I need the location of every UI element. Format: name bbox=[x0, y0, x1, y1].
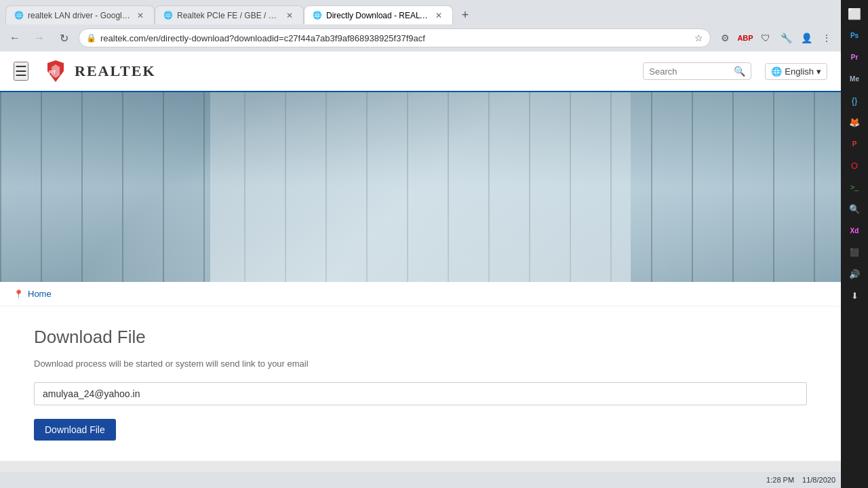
ext-3[interactable]: 🔧 bbox=[777, 29, 795, 47]
download-file-button[interactable]: Download File bbox=[34, 419, 116, 441]
powerpoint-icon[interactable]: P bbox=[845, 134, 864, 153]
xd-icon[interactable]: Xd bbox=[845, 221, 864, 240]
tab-1[interactable]: 🌐 realtek LAN driver - Google Search ✕ bbox=[5, 5, 155, 24]
language-label: English bbox=[785, 66, 814, 77]
search-icon[interactable]: 🔍 bbox=[734, 66, 745, 77]
site-header: ☰ RT Realtek 🔍 🌐 English ▾ bbox=[0, 52, 841, 92]
realtek-logo-svg: RT bbox=[42, 58, 69, 85]
files-icon[interactable]: ⬜ bbox=[845, 4, 864, 23]
back-button[interactable]: ← bbox=[5, 28, 24, 47]
tab-3[interactable]: 🌐 Directly Download - REALTEK ✕ bbox=[304, 5, 453, 24]
page-subtitle: Download process will be started or syst… bbox=[34, 359, 807, 369]
lock-icon: 🔒 bbox=[86, 33, 96, 43]
bookmark-icon[interactable]: ☆ bbox=[694, 33, 703, 43]
search-box: 🔍 bbox=[643, 62, 751, 80]
tab-1-favicon: 🌐 bbox=[14, 11, 24, 20]
logo-text: Realtek bbox=[75, 62, 156, 80]
ext-4[interactable]: 👤 bbox=[797, 29, 815, 47]
svg-text:RT: RT bbox=[49, 69, 56, 75]
tab-3-favicon: 🌐 bbox=[313, 11, 322, 20]
time-display: 1:28 PM bbox=[766, 476, 794, 484]
dropdown-arrow-icon: ▾ bbox=[816, 66, 821, 77]
website-content: ☰ RT Realtek 🔍 🌐 English ▾ bbox=[0, 52, 841, 472]
status-bar: 1:28 PM 11/8/2020 bbox=[0, 472, 841, 488]
download-arrow-icon[interactable]: ⬇ bbox=[845, 286, 864, 305]
vscode-icon[interactable]: {} bbox=[845, 91, 864, 110]
photoshop-icon[interactable]: Ps bbox=[845, 26, 864, 45]
breadcrumb: 📍 Home bbox=[0, 282, 841, 306]
forward-button[interactable]: → bbox=[30, 28, 49, 47]
tab-2-title: Realtek PCIe FE / GBE / 2.5G / Gami... bbox=[177, 11, 280, 20]
realtek-logo[interactable]: RT Realtek bbox=[42, 58, 156, 85]
right-sidebar: ⬜ Ps Pr Me {} 🦊 P O >_ 🔍 Xd ⬛ 🔊 ⬇ bbox=[841, 0, 868, 488]
adblock-ext[interactable]: ABP bbox=[736, 29, 754, 47]
globe-icon: 🌐 bbox=[771, 66, 782, 77]
search-input[interactable] bbox=[649, 66, 730, 77]
tab-1-close[interactable]: ✕ bbox=[135, 10, 146, 21]
taskbar-show-icon[interactable]: ⬛ bbox=[845, 243, 864, 262]
address-bar-row: ← → ↻ 🔒 realtek.com/en/directly-download… bbox=[0, 24, 841, 52]
tab-1-title: realtek LAN driver - Google Search bbox=[28, 11, 131, 20]
extensions-bar: ⚙ ABP 🛡 🔧 👤 ⋮ bbox=[716, 29, 835, 47]
reload-button[interactable]: ↻ bbox=[54, 28, 73, 47]
language-selector[interactable]: 🌐 English ▾ bbox=[765, 63, 827, 80]
hamburger-menu-button[interactable]: ☰ bbox=[14, 62, 28, 81]
page-title: Download File bbox=[34, 327, 807, 348]
address-text: realtek.com/en/directly-download?downloa… bbox=[100, 33, 690, 43]
email-input[interactable] bbox=[34, 382, 807, 405]
premiere-icon[interactable]: Pr bbox=[845, 47, 864, 66]
tab-3-title: Directly Download - REALTEK bbox=[326, 11, 429, 20]
extensions-button[interactable]: ⚙ bbox=[716, 29, 734, 47]
tab-bar: 🌐 realtek LAN driver - Google Search ✕ 🌐… bbox=[0, 0, 841, 24]
new-tab-button[interactable]: + bbox=[456, 5, 475, 24]
tab-2-favicon: 🌐 bbox=[163, 11, 173, 20]
date-display: 11/8/2020 bbox=[802, 476, 835, 484]
tab-2[interactable]: 🌐 Realtek PCIe FE / GBE / 2.5G / Gami...… bbox=[155, 5, 304, 24]
location-icon: 📍 bbox=[14, 289, 24, 299]
tab-3-close[interactable]: ✕ bbox=[433, 10, 444, 21]
chrome-menu[interactable]: ⋮ bbox=[818, 29, 835, 47]
ext-2[interactable]: 🛡 bbox=[757, 29, 774, 47]
terminal-icon[interactable]: >_ bbox=[845, 178, 864, 197]
search-sidebar-icon[interactable]: 🔍 bbox=[845, 199, 864, 218]
breadcrumb-home-link[interactable]: Home bbox=[28, 289, 52, 299]
tab-2-close[interactable]: ✕ bbox=[284, 10, 295, 21]
opera-icon[interactable]: O bbox=[845, 156, 864, 175]
page-content: Download File Download process will be s… bbox=[0, 306, 841, 461]
volume-icon[interactable]: 🔊 bbox=[845, 264, 864, 283]
hero-image bbox=[0, 92, 841, 282]
site-footer bbox=[0, 461, 841, 472]
address-bar[interactable]: 🔒 realtek.com/en/directly-download?downl… bbox=[79, 28, 711, 47]
media-encoder-icon[interactable]: Me bbox=[845, 69, 864, 88]
firefox-icon[interactable]: 🦊 bbox=[845, 113, 864, 131]
